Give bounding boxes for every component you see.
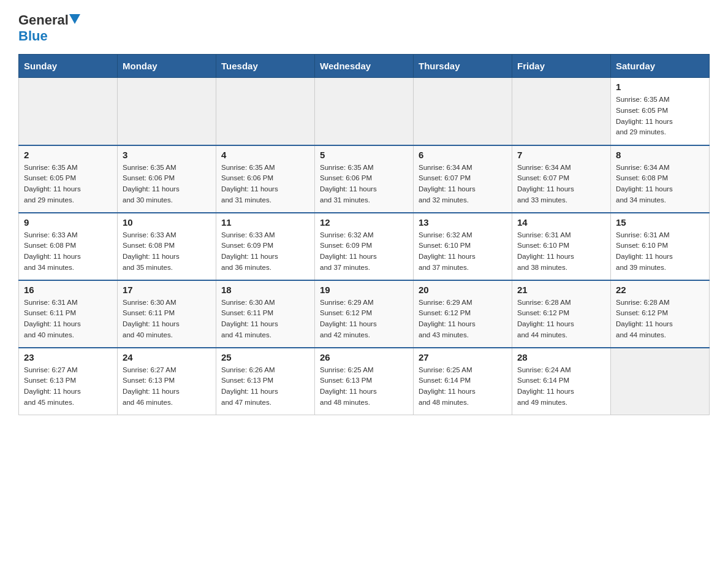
logo-triangle-icon [69,14,80,24]
day-info: Sunrise: 6:35 AMSunset: 6:06 PMDaylight:… [221,163,309,206]
day-number: 17 [123,285,211,295]
calendar-week-row: 2Sunrise: 6:35 AMSunset: 6:05 PMDaylight… [19,145,710,213]
calendar-cell: 22Sunrise: 6:28 AMSunset: 6:12 PMDayligh… [611,280,710,348]
calendar-cell [611,348,710,415]
calendar-cell: 15Sunrise: 6:31 AMSunset: 6:10 PMDayligh… [611,213,710,280]
day-number: 16 [24,285,112,295]
day-info: Sunrise: 6:25 AMSunset: 6:14 PMDaylight:… [419,365,507,408]
day-number: 21 [517,285,605,295]
calendar-week-row: 1Sunrise: 6:35 AMSunset: 6:05 PMDaylight… [19,78,710,145]
calendar-cell [118,78,216,145]
day-number: 27 [419,352,507,362]
calendar-cell: 23Sunrise: 6:27 AMSunset: 6:13 PMDayligh… [19,348,118,415]
day-number: 14 [517,217,605,228]
day-number: 26 [320,352,408,362]
calendar-cell: 25Sunrise: 6:26 AMSunset: 6:13 PMDayligh… [216,348,315,415]
weekday-header-row: SundayMondayTuesdayWednesdayThursdayFrid… [19,55,710,78]
calendar-cell: 13Sunrise: 6:32 AMSunset: 6:10 PMDayligh… [414,213,512,280]
calendar-cell: 2Sunrise: 6:35 AMSunset: 6:05 PMDaylight… [19,145,118,213]
calendar-cell: 1Sunrise: 6:35 AMSunset: 6:05 PMDaylight… [611,78,710,145]
day-info: Sunrise: 6:33 AMSunset: 6:08 PMDaylight:… [24,230,112,274]
calendar-cell: 28Sunrise: 6:24 AMSunset: 6:14 PMDayligh… [512,348,611,415]
day-number: 10 [123,217,211,228]
day-info: Sunrise: 6:31 AMSunset: 6:11 PMDaylight:… [24,297,112,341]
calendar-week-row: 16Sunrise: 6:31 AMSunset: 6:11 PMDayligh… [19,280,710,348]
day-number: 9 [24,217,112,228]
day-info: Sunrise: 6:30 AMSunset: 6:11 PMDaylight:… [221,297,309,341]
day-info: Sunrise: 6:28 AMSunset: 6:12 PMDaylight:… [517,297,605,341]
day-info: Sunrise: 6:26 AMSunset: 6:13 PMDaylight:… [221,365,309,408]
day-info: Sunrise: 6:33 AMSunset: 6:08 PMDaylight:… [123,230,211,274]
calendar-cell: 14Sunrise: 6:31 AMSunset: 6:10 PMDayligh… [512,213,611,280]
day-info: Sunrise: 6:30 AMSunset: 6:11 PMDaylight:… [123,297,211,341]
calendar-cell: 11Sunrise: 6:33 AMSunset: 6:09 PMDayligh… [216,213,315,280]
day-info: Sunrise: 6:35 AMSunset: 6:05 PMDaylight:… [616,94,704,138]
calendar-cell: 18Sunrise: 6:30 AMSunset: 6:11 PMDayligh… [216,280,315,348]
calendar-cell: 20Sunrise: 6:29 AMSunset: 6:12 PMDayligh… [414,280,512,348]
day-number: 3 [123,150,211,160]
day-info: Sunrise: 6:33 AMSunset: 6:09 PMDaylight:… [221,230,309,274]
calendar-week-row: 9Sunrise: 6:33 AMSunset: 6:08 PMDaylight… [19,213,710,280]
day-number: 24 [123,352,211,362]
day-number: 25 [221,352,309,362]
day-info: Sunrise: 6:29 AMSunset: 6:12 PMDaylight:… [320,297,408,341]
weekday-header-monday: Monday [118,55,216,78]
day-info: Sunrise: 6:29 AMSunset: 6:12 PMDaylight:… [419,297,507,341]
calendar-cell: 21Sunrise: 6:28 AMSunset: 6:12 PMDayligh… [512,280,611,348]
day-info: Sunrise: 6:34 AMSunset: 6:08 PMDaylight:… [616,163,704,206]
day-number: 11 [221,217,309,228]
day-number: 19 [320,285,408,295]
calendar-cell: 6Sunrise: 6:34 AMSunset: 6:07 PMDaylight… [414,145,512,213]
calendar-cell: 8Sunrise: 6:34 AMSunset: 6:08 PMDaylight… [611,145,710,213]
day-number: 18 [221,285,309,295]
calendar-cell: 4Sunrise: 6:35 AMSunset: 6:06 PMDaylight… [216,145,315,213]
weekday-header-sunday: Sunday [19,55,118,78]
calendar-cell: 12Sunrise: 6:32 AMSunset: 6:09 PMDayligh… [315,213,414,280]
day-info: Sunrise: 6:31 AMSunset: 6:10 PMDaylight:… [517,230,605,274]
logo-text-general: General [18,12,69,28]
day-info: Sunrise: 6:35 AMSunset: 6:05 PMDaylight:… [24,163,112,206]
calendar-table: SundayMondayTuesdayWednesdayThursdayFrid… [18,54,710,415]
day-info: Sunrise: 6:34 AMSunset: 6:07 PMDaylight:… [517,163,605,206]
weekday-header-saturday: Saturday [611,55,710,78]
day-number: 5 [320,150,408,160]
day-number: 1 [616,82,704,92]
day-info: Sunrise: 6:28 AMSunset: 6:12 PMDaylight:… [616,297,704,341]
day-info: Sunrise: 6:32 AMSunset: 6:10 PMDaylight:… [419,230,507,274]
day-number: 12 [320,217,408,228]
day-number: 28 [517,352,605,362]
calendar-cell: 7Sunrise: 6:34 AMSunset: 6:07 PMDaylight… [512,145,611,213]
day-number: 7 [517,150,605,160]
calendar-cell [315,78,414,145]
calendar-cell: 27Sunrise: 6:25 AMSunset: 6:14 PMDayligh… [414,348,512,415]
logo: General Blue [18,12,80,44]
weekday-header-friday: Friday [512,55,611,78]
day-info: Sunrise: 6:35 AMSunset: 6:06 PMDaylight:… [320,163,408,206]
day-info: Sunrise: 6:27 AMSunset: 6:13 PMDaylight:… [24,365,112,408]
calendar-cell [216,78,315,145]
calendar-cell [19,78,118,145]
calendar-cell: 26Sunrise: 6:25 AMSunset: 6:13 PMDayligh… [315,348,414,415]
day-number: 20 [419,285,507,295]
calendar-cell: 17Sunrise: 6:30 AMSunset: 6:11 PMDayligh… [118,280,216,348]
day-info: Sunrise: 6:35 AMSunset: 6:06 PMDaylight:… [123,163,211,206]
page-header: General Blue [18,12,710,44]
day-info: Sunrise: 6:25 AMSunset: 6:13 PMDaylight:… [320,365,408,408]
weekday-header-thursday: Thursday [414,55,512,78]
calendar-cell: 9Sunrise: 6:33 AMSunset: 6:08 PMDaylight… [19,213,118,280]
day-number: 22 [616,285,704,295]
calendar-cell: 16Sunrise: 6:31 AMSunset: 6:11 PMDayligh… [19,280,118,348]
calendar-cell [512,78,611,145]
weekday-header-wednesday: Wednesday [315,55,414,78]
day-info: Sunrise: 6:27 AMSunset: 6:13 PMDaylight:… [123,365,211,408]
calendar-week-row: 23Sunrise: 6:27 AMSunset: 6:13 PMDayligh… [19,348,710,415]
day-number: 8 [616,150,704,160]
calendar-cell: 5Sunrise: 6:35 AMSunset: 6:06 PMDaylight… [315,145,414,213]
logo-text-blue: Blue [18,28,80,44]
day-number: 2 [24,150,112,160]
day-info: Sunrise: 6:34 AMSunset: 6:07 PMDaylight:… [419,163,507,206]
calendar-cell: 10Sunrise: 6:33 AMSunset: 6:08 PMDayligh… [118,213,216,280]
calendar-cell [414,78,512,145]
day-number: 23 [24,352,112,362]
day-info: Sunrise: 6:32 AMSunset: 6:09 PMDaylight:… [320,230,408,274]
